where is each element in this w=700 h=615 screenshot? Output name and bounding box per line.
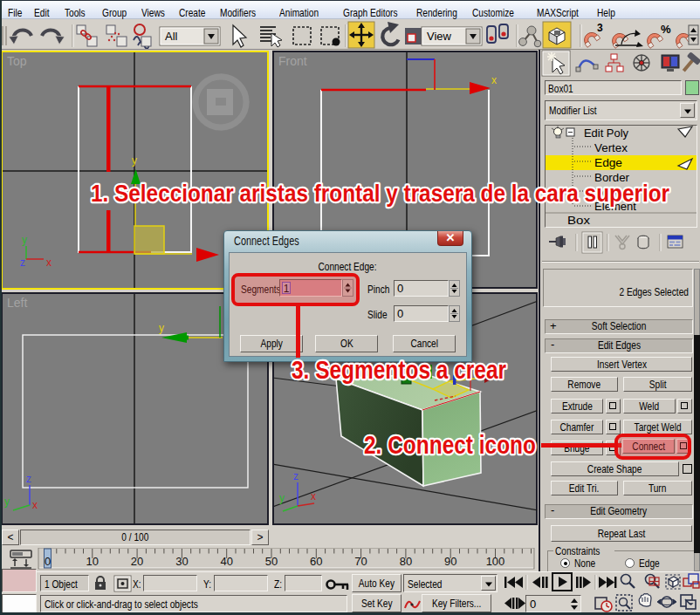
svg-text:All: All: [165, 30, 178, 43]
svg-text:Vertex: Vertex: [594, 141, 628, 154]
svg-text:x: x: [311, 490, 316, 502]
svg-text:x: x: [46, 256, 51, 269]
svg-text:70: 70: [354, 555, 367, 568]
svg-text:20: 20: [131, 555, 143, 568]
svg-text:y: y: [22, 234, 27, 246]
svg-text:Element: Element: [594, 200, 636, 213]
svg-text:Polygon: Polygon: [594, 186, 636, 199]
svg-text:80: 80: [400, 555, 412, 568]
svg-text:Border: Border: [594, 171, 630, 184]
svg-text:Box: Box: [567, 214, 591, 227]
svg-text:x: x: [491, 74, 497, 86]
svg-text:40: 40: [220, 555, 232, 568]
svg-text:100: 100: [486, 555, 505, 568]
svg-text:z: z: [26, 473, 31, 485]
svg-text:30: 30: [175, 555, 188, 568]
svg-text:z: z: [293, 470, 299, 482]
svg-text:3: 3: [597, 22, 603, 34]
svg-text:y: y: [279, 492, 285, 504]
svg-text:Edit Poly: Edit Poly: [584, 126, 628, 140]
svg-text:y: y: [132, 154, 137, 167]
svg-text:z: z: [20, 256, 25, 269]
svg-text:Edge: Edge: [594, 156, 622, 169]
svg-text:y: y: [4, 495, 10, 508]
svg-text:90: 90: [444, 555, 456, 568]
svg-text:View: View: [427, 30, 452, 43]
svg-text:0: 0: [45, 555, 51, 568]
svg-text:y: y: [159, 322, 164, 334]
svg-text:60: 60: [310, 555, 322, 568]
svg-text:10: 10: [86, 555, 99, 568]
svg-text:50: 50: [265, 555, 278, 568]
svg-text:x: x: [32, 499, 38, 511]
svg-text:%: %: [661, 23, 671, 36]
